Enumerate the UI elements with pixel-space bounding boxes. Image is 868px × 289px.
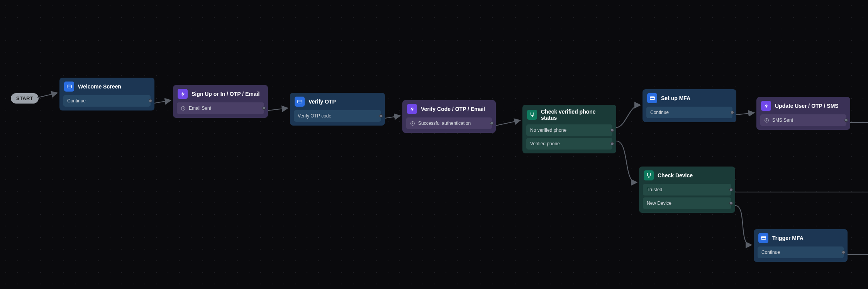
node-header: Set up MFA: [646, 93, 732, 103]
output-port[interactable]: [149, 99, 152, 103]
output-label: Continue: [67, 98, 86, 104]
output-port[interactable]: [610, 142, 614, 146]
node-verify-code[interactable]: Verify Code / OTP / Email Successful aut…: [402, 100, 496, 133]
node-check-phone[interactable]: Check verified phone status No verified …: [522, 105, 616, 153]
output-label: Email Sent: [189, 105, 211, 111]
node-check-device[interactable]: Check Device Trusted New Device: [639, 167, 735, 213]
node-header: Verify OTP: [294, 97, 381, 107]
svg-rect-0: [67, 85, 71, 88]
node-output[interactable]: Continue: [63, 95, 151, 107]
node-header: Check Device: [643, 170, 731, 180]
screen-icon: [758, 233, 768, 243]
output-port[interactable]: [729, 188, 733, 192]
node-welcome[interactable]: Welcome Screen Continue: [59, 78, 154, 110]
bolt-icon: [761, 101, 771, 111]
node-output[interactable]: Verified phone: [526, 138, 612, 150]
output-label: SMS Sent: [772, 117, 793, 123]
node-output[interactable]: Verify OTP code: [294, 110, 381, 122]
svg-point-11: [647, 173, 648, 174]
edge: [0, 0, 868, 289]
output-label: No verified phone: [530, 128, 566, 133]
node-output[interactable]: No verified phone: [526, 124, 612, 136]
start-label: START: [16, 95, 33, 101]
node-title: Verify Code / OTP / Email: [421, 106, 485, 112]
clock-icon: [764, 118, 769, 123]
node-update-user[interactable]: Update User / OTP / SMS SMS Sent: [756, 97, 850, 130]
svg-rect-3: [297, 100, 302, 103]
output-label: Verify OTP code: [298, 113, 331, 119]
output-label: Continue: [650, 110, 669, 115]
node-output[interactable]: Successful authentication: [406, 117, 492, 129]
svg-point-6: [530, 112, 531, 114]
node-header: Check verified phone status: [526, 109, 612, 121]
node-title: Check verified phone status: [541, 109, 612, 121]
node-header: Welcome Screen: [63, 82, 151, 92]
node-setup-mfa[interactable]: Set up MFA Continue: [643, 89, 736, 122]
bolt-icon: [407, 104, 417, 114]
start-node[interactable]: START: [11, 93, 39, 104]
node-title: Trigger MFA: [772, 235, 804, 241]
node-header: Trigger MFA: [758, 233, 844, 243]
output-label: New Device: [647, 201, 671, 206]
node-output[interactable]: Trusted: [643, 184, 731, 196]
output-port[interactable]: [844, 119, 848, 122]
node-output[interactable]: Continue: [758, 246, 844, 258]
screen-icon: [295, 97, 305, 107]
node-header: Sign Up or In / OTP / Email: [177, 89, 264, 99]
node-title: Sign Up or In / OTP / Email: [192, 91, 259, 97]
bolt-icon: [178, 89, 188, 99]
output-port[interactable]: [262, 107, 266, 110]
clock-icon: [410, 121, 415, 126]
svg-point-7: [533, 112, 534, 114]
node-header: Verify Code / OTP / Email: [406, 104, 492, 114]
output-label: Trusted: [647, 187, 662, 192]
branch-icon: [644, 170, 654, 180]
node-output[interactable]: Email Sent: [177, 102, 264, 114]
output-port[interactable]: [490, 122, 493, 125]
svg-rect-15: [761, 236, 765, 240]
clock-icon: [181, 106, 186, 111]
node-header: Update User / OTP / SMS: [760, 101, 846, 111]
node-title: Verify OTP: [309, 99, 336, 105]
output-port[interactable]: [842, 251, 845, 254]
output-port[interactable]: [610, 129, 614, 132]
svg-point-12: [650, 173, 651, 174]
node-title: Update User / OTP / SMS: [775, 103, 839, 109]
node-title: Set up MFA: [661, 95, 690, 101]
output-label: Continue: [761, 250, 780, 255]
node-title: Check Device: [658, 172, 693, 178]
output-port[interactable]: [729, 202, 733, 205]
node-output[interactable]: New Device: [643, 197, 731, 209]
output-label: Verified phone: [530, 141, 560, 146]
node-output[interactable]: SMS Sent: [760, 114, 846, 126]
node-verify-otp[interactable]: Verify OTP Verify OTP code: [290, 93, 385, 126]
svg-rect-9: [650, 97, 654, 100]
node-output[interactable]: Continue: [646, 107, 732, 118]
flow-canvas[interactable]: START Welcome Screen Continue Sign Up or…: [0, 0, 868, 289]
branch-icon: [527, 110, 537, 120]
output-port[interactable]: [379, 114, 383, 118]
node-trigger-mfa[interactable]: Trigger MFA Continue: [754, 229, 848, 262]
screen-icon: [64, 82, 74, 92]
node-title: Welcome Screen: [78, 83, 121, 90]
node-signup[interactable]: Sign Up or In / OTP / Email Email Sent: [173, 85, 268, 118]
output-label: Successful authentication: [418, 121, 471, 126]
output-port[interactable]: [731, 111, 734, 114]
screen-icon: [647, 93, 657, 103]
